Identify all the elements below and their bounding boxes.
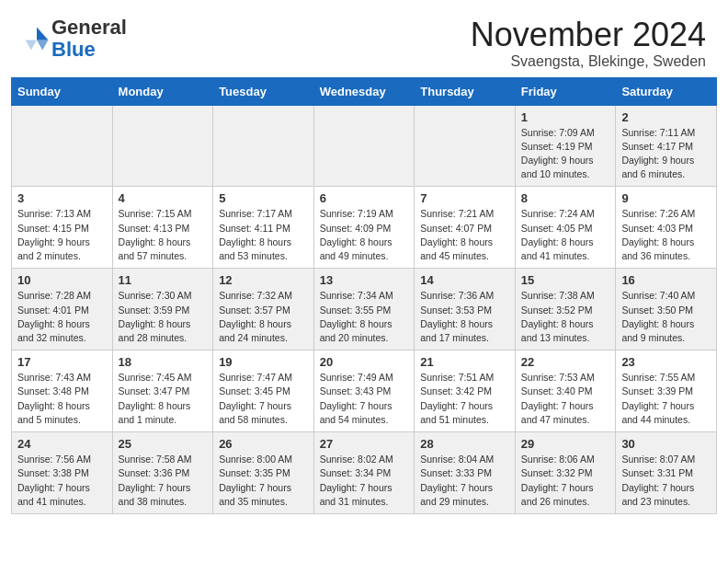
table-row: 5Sunrise: 7:17 AM Sunset: 4:11 PM Daylig… <box>213 187 314 269</box>
day-info: Sunrise: 7:26 AM Sunset: 4:03 PM Dayligh… <box>621 207 711 263</box>
day-number: 11 <box>119 273 208 287</box>
table-row: 27Sunrise: 8:02 AM Sunset: 3:34 PM Dayli… <box>313 432 415 514</box>
day-info: Sunrise: 7:43 AM Sunset: 3:48 PM Dayligh… <box>17 371 107 427</box>
svg-marker-2 <box>26 40 37 51</box>
table-row: 23Sunrise: 7:55 AM Sunset: 3:39 PM Dayli… <box>616 350 717 432</box>
table-row: 30Sunrise: 8:07 AM Sunset: 3:31 PM Dayli… <box>616 432 717 514</box>
day-info: Sunrise: 7:11 AM Sunset: 4:17 PM Dayligh… <box>621 126 711 182</box>
table-row <box>213 105 314 187</box>
title-area: November 2024 Svaengsta, Blekinge, Swede… <box>471 17 706 70</box>
day-info: Sunrise: 7:24 AM Sunset: 4:05 PM Dayligh… <box>521 207 610 263</box>
calendar-week-row: 1Sunrise: 7:09 AM Sunset: 4:19 PM Daylig… <box>12 105 717 187</box>
day-number: 7 <box>420 191 509 205</box>
table-row: 24Sunrise: 7:56 AM Sunset: 3:38 PM Dayli… <box>12 432 113 514</box>
day-number: 27 <box>320 437 409 451</box>
header: General Blue November 2024 Svaengsta, Bl… <box>0 0 728 77</box>
table-row: 8Sunrise: 7:24 AM Sunset: 4:05 PM Daylig… <box>515 187 616 269</box>
day-number: 24 <box>17 437 107 451</box>
day-number: 26 <box>219 437 308 451</box>
table-row: 14Sunrise: 7:36 AM Sunset: 3:53 PM Dayli… <box>415 269 516 350</box>
logo-blue-text: Blue <box>51 38 96 61</box>
day-number: 15 <box>521 273 610 287</box>
table-row <box>112 105 213 187</box>
svg-marker-1 <box>37 40 48 51</box>
day-info: Sunrise: 7:36 AM Sunset: 3:53 PM Dayligh… <box>420 289 509 345</box>
table-row: 13Sunrise: 7:34 AM Sunset: 3:55 PM Dayli… <box>313 269 415 350</box>
day-info: Sunrise: 8:00 AM Sunset: 3:35 PM Dayligh… <box>219 453 308 509</box>
table-row: 28Sunrise: 8:04 AM Sunset: 3:33 PM Dayli… <box>415 432 516 514</box>
table-row: 26Sunrise: 8:00 AM Sunset: 3:35 PM Dayli… <box>213 432 314 514</box>
header-saturday: Saturday <box>616 77 717 105</box>
day-info: Sunrise: 7:34 AM Sunset: 3:55 PM Dayligh… <box>320 289 409 345</box>
day-number: 13 <box>320 273 409 287</box>
day-info: Sunrise: 7:30 AM Sunset: 3:59 PM Dayligh… <box>119 289 208 345</box>
table-row: 29Sunrise: 8:06 AM Sunset: 3:32 PM Dayli… <box>515 432 616 514</box>
table-row: 10Sunrise: 7:28 AM Sunset: 4:01 PM Dayli… <box>12 269 113 350</box>
day-info: Sunrise: 7:28 AM Sunset: 4:01 PM Dayligh… <box>17 289 107 345</box>
day-info: Sunrise: 7:47 AM Sunset: 3:45 PM Dayligh… <box>219 371 308 427</box>
table-row: 18Sunrise: 7:45 AM Sunset: 3:47 PM Dayli… <box>112 350 213 432</box>
day-number: 28 <box>420 437 509 451</box>
table-row: 19Sunrise: 7:47 AM Sunset: 3:45 PM Dayli… <box>213 350 314 432</box>
header-monday: Monday <box>112 77 213 105</box>
day-number: 20 <box>320 355 409 369</box>
calendar-container: Sunday Monday Tuesday Wednesday Thursday… <box>0 77 728 525</box>
day-number: 8 <box>521 191 610 205</box>
day-info: Sunrise: 7:45 AM Sunset: 3:47 PM Dayligh… <box>119 371 208 427</box>
day-number: 17 <box>17 355 107 369</box>
day-info: Sunrise: 7:13 AM Sunset: 4:15 PM Dayligh… <box>17 207 107 263</box>
day-number: 1 <box>521 110 610 124</box>
day-number: 25 <box>119 437 208 451</box>
svg-marker-0 <box>37 28 48 40</box>
table-row: 11Sunrise: 7:30 AM Sunset: 3:59 PM Dayli… <box>112 269 213 350</box>
table-row <box>12 105 113 187</box>
day-info: Sunrise: 7:51 AM Sunset: 3:42 PM Dayligh… <box>420 371 509 427</box>
day-info: Sunrise: 7:21 AM Sunset: 4:07 PM Dayligh… <box>420 207 509 263</box>
day-number: 14 <box>420 273 509 287</box>
calendar-week-row: 24Sunrise: 7:56 AM Sunset: 3:38 PM Dayli… <box>12 432 717 514</box>
day-info: Sunrise: 7:38 AM Sunset: 3:52 PM Dayligh… <box>521 289 610 345</box>
day-number: 21 <box>420 355 509 369</box>
table-row: 25Sunrise: 7:58 AM Sunset: 3:36 PM Dayli… <box>112 432 213 514</box>
day-number: 22 <box>521 355 610 369</box>
day-info: Sunrise: 7:58 AM Sunset: 3:36 PM Dayligh… <box>119 453 208 509</box>
day-number: 23 <box>621 355 711 369</box>
logo-icon <box>24 26 50 52</box>
calendar-table: Sunday Monday Tuesday Wednesday Thursday… <box>11 77 717 514</box>
logo-general-text: General <box>51 16 127 39</box>
header-sunday: Sunday <box>12 77 113 105</box>
day-info: Sunrise: 8:07 AM Sunset: 3:31 PM Dayligh… <box>621 453 711 509</box>
day-info: Sunrise: 7:55 AM Sunset: 3:39 PM Dayligh… <box>621 371 711 427</box>
day-info: Sunrise: 8:06 AM Sunset: 3:32 PM Dayligh… <box>521 453 610 509</box>
table-row <box>415 105 516 187</box>
table-row: 20Sunrise: 7:49 AM Sunset: 3:43 PM Dayli… <box>313 350 415 432</box>
table-row: 1Sunrise: 7:09 AM Sunset: 4:19 PM Daylig… <box>515 105 616 187</box>
day-number: 12 <box>219 273 308 287</box>
calendar-week-row: 3Sunrise: 7:13 AM Sunset: 4:15 PM Daylig… <box>12 187 717 269</box>
day-info: Sunrise: 7:32 AM Sunset: 3:57 PM Dayligh… <box>219 289 308 345</box>
day-number: 30 <box>621 437 711 451</box>
day-number: 18 <box>119 355 208 369</box>
table-row: 15Sunrise: 7:38 AM Sunset: 3:52 PM Dayli… <box>515 269 616 350</box>
day-info: Sunrise: 7:40 AM Sunset: 3:50 PM Dayligh… <box>621 289 711 345</box>
header-friday: Friday <box>515 77 616 105</box>
day-info: Sunrise: 8:02 AM Sunset: 3:34 PM Dayligh… <box>320 453 409 509</box>
day-number: 5 <box>219 191 308 205</box>
table-row: 16Sunrise: 7:40 AM Sunset: 3:50 PM Dayli… <box>616 269 717 350</box>
table-row: 22Sunrise: 7:53 AM Sunset: 3:40 PM Dayli… <box>515 350 616 432</box>
day-info: Sunrise: 8:04 AM Sunset: 3:33 PM Dayligh… <box>420 453 509 509</box>
day-number: 9 <box>621 191 711 205</box>
day-number: 10 <box>17 273 107 287</box>
header-wednesday: Wednesday <box>313 77 415 105</box>
table-row: 2Sunrise: 7:11 AM Sunset: 4:17 PM Daylig… <box>616 105 717 187</box>
day-info: Sunrise: 7:53 AM Sunset: 3:40 PM Dayligh… <box>521 371 610 427</box>
day-number: 4 <box>119 191 208 205</box>
table-row: 12Sunrise: 7:32 AM Sunset: 3:57 PM Dayli… <box>213 269 314 350</box>
day-info: Sunrise: 7:19 AM Sunset: 4:09 PM Dayligh… <box>320 207 409 263</box>
table-row <box>313 105 415 187</box>
table-row: 3Sunrise: 7:13 AM Sunset: 4:15 PM Daylig… <box>12 187 113 269</box>
page-subtitle: Svaengsta, Blekinge, Sweden <box>471 53 706 70</box>
logo: General Blue <box>22 17 127 61</box>
header-tuesday: Tuesday <box>213 77 314 105</box>
day-number: 3 <box>17 191 107 205</box>
